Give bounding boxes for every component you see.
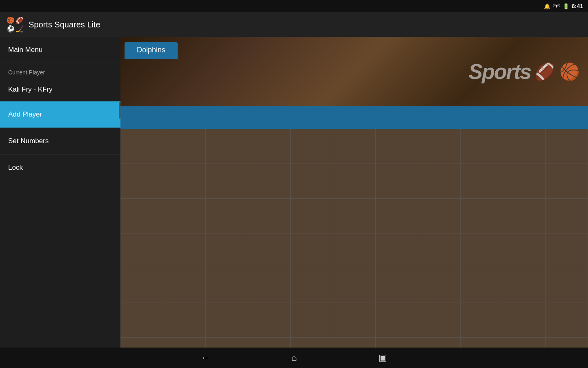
grid-cell[interactable] xyxy=(461,268,503,303)
grid-cell[interactable] xyxy=(163,268,206,303)
grid-cell[interactable] xyxy=(418,268,461,303)
grid-area xyxy=(120,129,588,348)
home-button[interactable]: ⌂ xyxy=(292,352,297,363)
tab-dolphins[interactable]: Dolphins xyxy=(125,42,178,59)
grid-cell[interactable] xyxy=(418,129,461,164)
grid-cell[interactable] xyxy=(291,303,333,338)
grid-cell[interactable] xyxy=(333,129,376,164)
sidebar-item-add-player[interactable]: Add Player xyxy=(0,101,120,128)
sidebar-item-set-numbers[interactable]: Set Numbers xyxy=(0,128,120,155)
grid-cell[interactable] xyxy=(333,233,376,268)
grid-cell[interactable] xyxy=(121,199,163,233)
grid-cell[interactable] xyxy=(333,268,376,303)
grid-cell[interactable] xyxy=(206,164,248,199)
recents-button[interactable]: ▣ xyxy=(379,352,387,363)
grid-cell[interactable] xyxy=(121,338,163,348)
grid-cell[interactable] xyxy=(291,338,333,348)
grid-cell[interactable] xyxy=(248,338,291,348)
sidebar-item-player-name[interactable]: Kali Fry - KFry xyxy=(0,78,120,101)
grid-cell[interactable] xyxy=(503,268,546,303)
grid-cell[interactable] xyxy=(206,129,248,164)
grid-cell[interactable] xyxy=(248,164,291,199)
grid-cell[interactable] xyxy=(461,199,503,233)
grid-cell[interactable] xyxy=(291,199,333,233)
grid-cell[interactable] xyxy=(376,199,418,233)
grid-cell[interactable] xyxy=(248,303,291,338)
grid-cell[interactable] xyxy=(248,233,291,268)
sports-text: Sports xyxy=(468,59,531,84)
grid-cell[interactable] xyxy=(546,268,588,303)
grid-cell[interactable] xyxy=(291,268,333,303)
grid-cell[interactable] xyxy=(376,164,418,199)
grid-cell[interactable] xyxy=(546,303,588,338)
grid-cell[interactable] xyxy=(206,338,248,348)
grid-cell[interactable] xyxy=(291,129,333,164)
sidebar-item-lock[interactable]: Lock xyxy=(0,155,120,181)
content-header: Dolphins Sports 🏈 🏀 xyxy=(120,37,588,106)
grid-cell[interactable] xyxy=(503,303,546,338)
grid-cell[interactable] xyxy=(503,129,546,164)
back-button[interactable]: ← xyxy=(201,352,210,363)
grid-cell[interactable] xyxy=(503,199,546,233)
grid-cell[interactable] xyxy=(461,164,503,199)
status-time: 6:41 xyxy=(572,3,583,9)
grid-cell[interactable] xyxy=(376,129,418,164)
grid-cell[interactable] xyxy=(163,164,206,199)
grid-cell[interactable] xyxy=(376,303,418,338)
grid-cell[interactable] xyxy=(121,303,163,338)
grid-cell[interactable] xyxy=(206,268,248,303)
grid-cell[interactable] xyxy=(206,303,248,338)
grid-cell[interactable] xyxy=(163,199,206,233)
grid-cell[interactable] xyxy=(461,129,503,164)
grid-cell[interactable] xyxy=(418,338,461,348)
grid-cell[interactable] xyxy=(503,233,546,268)
grid-cell[interactable] xyxy=(163,338,206,348)
football-brand-icon: 🏈 xyxy=(535,62,555,81)
basketball-icon: 🏀 xyxy=(7,16,15,24)
grid-cell[interactable] xyxy=(546,199,588,233)
sidebar-item-main-menu[interactable]: Main Menu xyxy=(0,37,120,63)
grid-cell[interactable] xyxy=(546,164,588,199)
grid-cell[interactable] xyxy=(461,303,503,338)
grid-cell[interactable] xyxy=(333,303,376,338)
grid-cell[interactable] xyxy=(418,199,461,233)
grid-cell[interactable] xyxy=(376,338,418,348)
grid-cell[interactable] xyxy=(503,164,546,199)
grid-cell[interactable] xyxy=(418,164,461,199)
grid-cell[interactable] xyxy=(546,338,588,348)
grid-cell[interactable] xyxy=(503,338,546,348)
grid-cell[interactable] xyxy=(248,268,291,303)
sports-branding: Sports 🏈 🏀 xyxy=(468,59,580,84)
status-icons: 🔔 🔋 6:41 xyxy=(544,3,583,10)
soccer-icon: ⚽ xyxy=(7,25,15,33)
blue-header-band xyxy=(120,106,588,129)
grid-cell[interactable] xyxy=(461,233,503,268)
grid-cell[interactable] xyxy=(206,199,248,233)
grid-cell[interactable] xyxy=(248,129,291,164)
grid-cell[interactable] xyxy=(121,129,163,164)
grid-cell[interactable] xyxy=(418,303,461,338)
grid-cell[interactable] xyxy=(121,268,163,303)
grid-cell[interactable] xyxy=(376,268,418,303)
hockey-icon: 🏒 xyxy=(16,25,24,33)
grid-cell[interactable] xyxy=(121,233,163,268)
grid-cell[interactable] xyxy=(333,164,376,199)
grid-cell[interactable] xyxy=(333,338,376,348)
grid-cell[interactable] xyxy=(163,129,206,164)
grid-cell[interactable] xyxy=(248,199,291,233)
grid-cell[interactable] xyxy=(291,233,333,268)
battery-icon: 🔋 xyxy=(563,3,569,9)
grid-cell[interactable] xyxy=(163,233,206,268)
wifi-icon xyxy=(553,3,560,10)
grid-cell[interactable] xyxy=(291,164,333,199)
grid-cell[interactable] xyxy=(376,233,418,268)
grid-cell[interactable] xyxy=(418,233,461,268)
grid-cell[interactable] xyxy=(461,338,503,348)
grid-cell[interactable] xyxy=(163,303,206,338)
grid-cell[interactable] xyxy=(333,199,376,233)
tab-bar: Dolphins xyxy=(120,37,588,59)
grid-cell[interactable] xyxy=(546,129,588,164)
grid-cell[interactable] xyxy=(121,164,163,199)
grid-cell[interactable] xyxy=(206,233,248,268)
grid-cell[interactable] xyxy=(546,233,588,268)
